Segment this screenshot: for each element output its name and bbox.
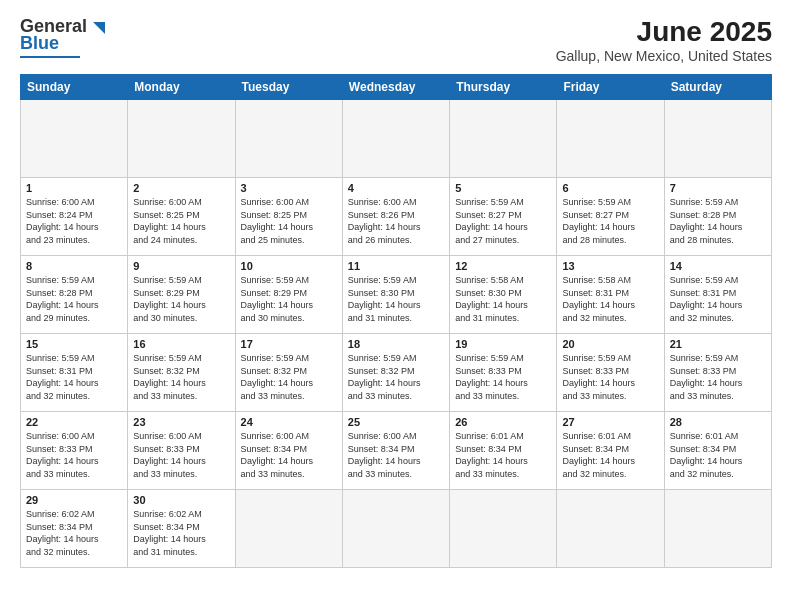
logo-triangle-icon	[87, 18, 105, 36]
day-info: Sunrise: 5:59 AM Sunset: 8:30 PM Dayligh…	[348, 274, 444, 324]
day-number: 19	[455, 338, 551, 350]
day-number: 22	[26, 416, 122, 428]
th-friday: Friday	[557, 75, 664, 100]
day-number: 10	[241, 260, 337, 272]
day-info: Sunrise: 6:01 AM Sunset: 8:34 PM Dayligh…	[455, 430, 551, 480]
table-row	[450, 100, 557, 178]
day-number: 3	[241, 182, 337, 194]
table-row: 15Sunrise: 5:59 AM Sunset: 8:31 PM Dayli…	[21, 334, 128, 412]
day-number: 18	[348, 338, 444, 350]
table-row: 28Sunrise: 6:01 AM Sunset: 8:34 PM Dayli…	[664, 412, 771, 490]
table-row: 21Sunrise: 5:59 AM Sunset: 8:33 PM Dayli…	[664, 334, 771, 412]
table-row	[664, 490, 771, 568]
day-info: Sunrise: 5:59 AM Sunset: 8:27 PM Dayligh…	[455, 196, 551, 246]
table-row: 1Sunrise: 6:00 AM Sunset: 8:24 PM Daylig…	[21, 178, 128, 256]
day-number: 23	[133, 416, 229, 428]
day-number: 8	[26, 260, 122, 272]
day-number: 30	[133, 494, 229, 506]
table-row: 17Sunrise: 5:59 AM Sunset: 8:32 PM Dayli…	[235, 334, 342, 412]
table-row: 16Sunrise: 5:59 AM Sunset: 8:32 PM Dayli…	[128, 334, 235, 412]
page: General Blue June 2025 Gallup, New Mexic…	[0, 0, 792, 612]
day-info: Sunrise: 6:02 AM Sunset: 8:34 PM Dayligh…	[26, 508, 122, 558]
table-row: 3Sunrise: 6:00 AM Sunset: 8:25 PM Daylig…	[235, 178, 342, 256]
day-number: 9	[133, 260, 229, 272]
day-number: 25	[348, 416, 444, 428]
table-row: 19Sunrise: 5:59 AM Sunset: 8:33 PM Dayli…	[450, 334, 557, 412]
day-number: 14	[670, 260, 766, 272]
table-row	[342, 490, 449, 568]
day-number: 27	[562, 416, 658, 428]
table-row	[450, 490, 557, 568]
day-info: Sunrise: 5:59 AM Sunset: 8:33 PM Dayligh…	[670, 352, 766, 402]
th-saturday: Saturday	[664, 75, 771, 100]
main-title: June 2025	[556, 16, 772, 48]
day-number: 29	[26, 494, 122, 506]
table-row	[664, 100, 771, 178]
table-row: 11Sunrise: 5:59 AM Sunset: 8:30 PM Dayli…	[342, 256, 449, 334]
calendar-week-row: 22Sunrise: 6:00 AM Sunset: 8:33 PM Dayli…	[21, 412, 772, 490]
day-info: Sunrise: 6:00 AM Sunset: 8:33 PM Dayligh…	[133, 430, 229, 480]
day-number: 28	[670, 416, 766, 428]
title-block: June 2025 Gallup, New Mexico, United Sta…	[556, 16, 772, 64]
day-info: Sunrise: 6:02 AM Sunset: 8:34 PM Dayligh…	[133, 508, 229, 558]
table-row: 25Sunrise: 6:00 AM Sunset: 8:34 PM Dayli…	[342, 412, 449, 490]
day-number: 21	[670, 338, 766, 350]
day-number: 24	[241, 416, 337, 428]
svg-marker-0	[93, 22, 105, 34]
day-info: Sunrise: 5:59 AM Sunset: 8:28 PM Dayligh…	[670, 196, 766, 246]
day-info: Sunrise: 5:59 AM Sunset: 8:29 PM Dayligh…	[133, 274, 229, 324]
table-row: 12Sunrise: 5:58 AM Sunset: 8:30 PM Dayli…	[450, 256, 557, 334]
day-number: 12	[455, 260, 551, 272]
th-monday: Monday	[128, 75, 235, 100]
day-info: Sunrise: 5:59 AM Sunset: 8:29 PM Dayligh…	[241, 274, 337, 324]
table-row: 4Sunrise: 6:00 AM Sunset: 8:26 PM Daylig…	[342, 178, 449, 256]
table-row: 2Sunrise: 6:00 AM Sunset: 8:25 PM Daylig…	[128, 178, 235, 256]
logo-line	[20, 56, 80, 58]
day-number: 26	[455, 416, 551, 428]
day-info: Sunrise: 5:58 AM Sunset: 8:31 PM Dayligh…	[562, 274, 658, 324]
table-row	[235, 100, 342, 178]
day-number: 5	[455, 182, 551, 194]
day-number: 15	[26, 338, 122, 350]
table-row	[557, 100, 664, 178]
calendar-week-row: 8Sunrise: 5:59 AM Sunset: 8:28 PM Daylig…	[21, 256, 772, 334]
table-row: 23Sunrise: 6:00 AM Sunset: 8:33 PM Dayli…	[128, 412, 235, 490]
table-row: 8Sunrise: 5:59 AM Sunset: 8:28 PM Daylig…	[21, 256, 128, 334]
day-info: Sunrise: 6:00 AM Sunset: 8:25 PM Dayligh…	[241, 196, 337, 246]
table-row: 29Sunrise: 6:02 AM Sunset: 8:34 PM Dayli…	[21, 490, 128, 568]
th-wednesday: Wednesday	[342, 75, 449, 100]
day-info: Sunrise: 5:59 AM Sunset: 8:33 PM Dayligh…	[562, 352, 658, 402]
table-row: 13Sunrise: 5:58 AM Sunset: 8:31 PM Dayli…	[557, 256, 664, 334]
day-info: Sunrise: 5:59 AM Sunset: 8:31 PM Dayligh…	[26, 352, 122, 402]
day-info: Sunrise: 6:01 AM Sunset: 8:34 PM Dayligh…	[670, 430, 766, 480]
day-info: Sunrise: 5:58 AM Sunset: 8:30 PM Dayligh…	[455, 274, 551, 324]
day-info: Sunrise: 5:59 AM Sunset: 8:27 PM Dayligh…	[562, 196, 658, 246]
table-row	[557, 490, 664, 568]
day-info: Sunrise: 6:01 AM Sunset: 8:34 PM Dayligh…	[562, 430, 658, 480]
table-row: 14Sunrise: 5:59 AM Sunset: 8:31 PM Dayli…	[664, 256, 771, 334]
table-row	[342, 100, 449, 178]
table-row: 26Sunrise: 6:01 AM Sunset: 8:34 PM Dayli…	[450, 412, 557, 490]
table-row: 9Sunrise: 5:59 AM Sunset: 8:29 PM Daylig…	[128, 256, 235, 334]
calendar-week-row: 1Sunrise: 6:00 AM Sunset: 8:24 PM Daylig…	[21, 178, 772, 256]
table-row: 24Sunrise: 6:00 AM Sunset: 8:34 PM Dayli…	[235, 412, 342, 490]
day-info: Sunrise: 6:00 AM Sunset: 8:26 PM Dayligh…	[348, 196, 444, 246]
th-thursday: Thursday	[450, 75, 557, 100]
day-number: 17	[241, 338, 337, 350]
day-number: 7	[670, 182, 766, 194]
table-row: 10Sunrise: 5:59 AM Sunset: 8:29 PM Dayli…	[235, 256, 342, 334]
day-number: 4	[348, 182, 444, 194]
day-number: 16	[133, 338, 229, 350]
table-row: 20Sunrise: 5:59 AM Sunset: 8:33 PM Dayli…	[557, 334, 664, 412]
day-number: 1	[26, 182, 122, 194]
day-info: Sunrise: 5:59 AM Sunset: 8:32 PM Dayligh…	[133, 352, 229, 402]
calendar-week-row: 15Sunrise: 5:59 AM Sunset: 8:31 PM Dayli…	[21, 334, 772, 412]
table-row: 18Sunrise: 5:59 AM Sunset: 8:32 PM Dayli…	[342, 334, 449, 412]
th-sunday: Sunday	[21, 75, 128, 100]
day-number: 11	[348, 260, 444, 272]
table-row	[128, 100, 235, 178]
table-row: 27Sunrise: 6:01 AM Sunset: 8:34 PM Dayli…	[557, 412, 664, 490]
subtitle: Gallup, New Mexico, United States	[556, 48, 772, 64]
day-number: 2	[133, 182, 229, 194]
calendar-week-row: 29Sunrise: 6:02 AM Sunset: 8:34 PM Dayli…	[21, 490, 772, 568]
